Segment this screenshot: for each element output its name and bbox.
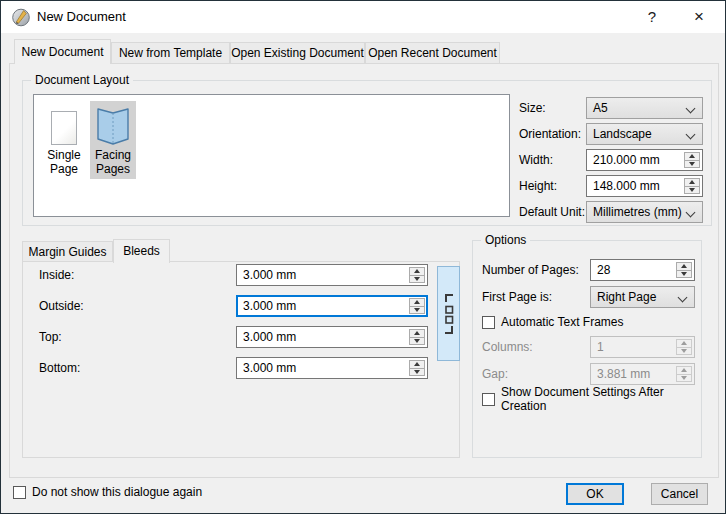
title-bar: New Document ? × [1,1,725,33]
dont-show-dialogue-checkbox[interactable]: Do not show this dialogue again [13,484,202,500]
cancel-button[interactable]: Cancel [651,483,708,505]
columns-input: 1 [590,336,695,358]
size-value: A5 [593,101,608,115]
new-document-panel: Document Layout Single Page Facing Pages [9,63,719,478]
bleed-inside-value: 3.000 mm [243,268,296,282]
first-page-label: First Page is: [482,286,552,308]
height-label: Height: [519,175,557,197]
layout-item-label: Facing Pages [91,148,135,176]
size-select[interactable]: A5 [586,97,703,119]
layout-item-single-page[interactable]: Single Page [41,101,87,179]
chevron-down-icon [686,208,696,218]
layout-item-facing-pages[interactable]: Facing Pages [90,101,136,179]
default-unit-select[interactable]: Millimetres (mm) [586,201,703,223]
window-title: New Document [37,1,126,33]
orientation-value: Landscape [593,127,652,141]
number-of-pages-stepper[interactable] [676,262,692,278]
bleed-outside-value: 3.000 mm [243,299,296,313]
top-label: Top: [39,326,62,348]
close-icon[interactable]: × [677,1,721,33]
bleed-bottom-input[interactable]: 3.000 mm [236,357,428,379]
dont-show-dialogue-label: Do not show this dialogue again [32,485,202,499]
inside-label: Inside: [39,264,74,286]
columns-value: 1 [597,340,604,354]
bleed-outside-input[interactable]: 3.000 mm [236,295,428,317]
help-icon[interactable]: ? [633,1,671,33]
tab-new-document[interactable]: New Document [14,39,111,64]
layout-item-label: Single Page [42,148,86,176]
checkbox-box[interactable] [482,393,495,406]
gap-input: 3.881 mm [590,363,695,385]
checkbox-box[interactable] [482,316,495,329]
size-label: Size: [519,97,546,119]
columns-stepper [676,339,692,355]
default-unit-value: Millimetres (mm) [593,205,682,219]
bleeds-panel: Inside: 3.000 mm Outside: 3.000 mm Top: … [22,261,460,458]
link-values-button[interactable] [437,266,460,361]
outside-label: Outside: [39,295,84,317]
height-stepper[interactable] [684,178,700,194]
tab-new-from-template[interactable]: New from Template [111,42,230,63]
height-value: 148.000 mm [593,179,660,193]
width-input[interactable]: 210.000 mm [586,149,703,171]
orientation-select[interactable]: Landscape [586,123,703,145]
height-input[interactable]: 148.000 mm [586,175,703,197]
bottom-label: Bottom: [39,357,80,379]
tab-margin-guides[interactable]: Margin Guides [22,241,113,262]
default-unit-label: Default Unit: [519,201,585,223]
ok-button[interactable]: OK [566,483,624,505]
options-group-label: Options [481,232,530,248]
automatic-text-frames-label: Automatic Text Frames [501,315,623,329]
scribus-logo-icon [11,7,31,27]
automatic-text-frames-checkbox[interactable]: Automatic Text Frames [482,314,623,330]
chain-link-icon [443,292,455,336]
gap-stepper [676,366,692,382]
show-document-settings-checkbox[interactable]: Show Document Settings After Creation [482,391,701,407]
document-layout-group-label: Document Layout [31,72,133,88]
first-page-select[interactable]: Right Page [590,286,695,308]
bleed-bottom-stepper[interactable] [409,360,425,376]
bleed-top-value: 3.000 mm [243,330,296,344]
chevron-down-icon [686,130,696,140]
options-group: Options Number of Pages: 28 First Page i… [472,240,702,458]
layout-list: Single Page Facing Pages [33,94,510,217]
gap-value: 3.881 mm [597,367,650,381]
columns-label: Columns: [482,336,533,358]
width-value: 210.000 mm [593,153,660,167]
facing-pages-icon [91,103,135,145]
number-of-pages-label: Number of Pages: [482,259,579,281]
orientation-label: Orientation: [519,123,581,145]
gap-label: Gap: [482,363,508,385]
first-page-value: Right Page [597,290,656,304]
tab-open-existing-document[interactable]: Open Existing Document [230,42,365,63]
chevron-down-icon [686,104,696,114]
bleed-bottom-value: 3.000 mm [243,361,296,375]
width-label: Width: [519,149,553,171]
document-layout-group: Document Layout Single Page Facing Pages [22,80,712,226]
show-document-settings-label: Show Document Settings After Creation [501,385,701,413]
width-stepper[interactable] [684,152,700,168]
bleed-inside-input[interactable]: 3.000 mm [236,264,428,286]
bleed-top-input[interactable]: 3.000 mm [236,326,428,348]
chevron-down-icon [678,293,688,303]
number-of-pages-value: 28 [597,263,610,277]
bleed-inside-stepper[interactable] [409,267,425,283]
bleed-top-stepper[interactable] [409,329,425,345]
number-of-pages-input[interactable]: 28 [590,259,695,281]
single-page-icon [42,103,86,145]
checkbox-box[interactable] [13,486,26,499]
bleed-outside-stepper[interactable] [409,298,425,314]
new-document-dialog: New Document ? × New Document New from T… [0,0,726,514]
tab-bleeds[interactable]: Bleeds [113,239,170,263]
tab-open-recent-document[interactable]: Open Recent Document [365,42,500,63]
